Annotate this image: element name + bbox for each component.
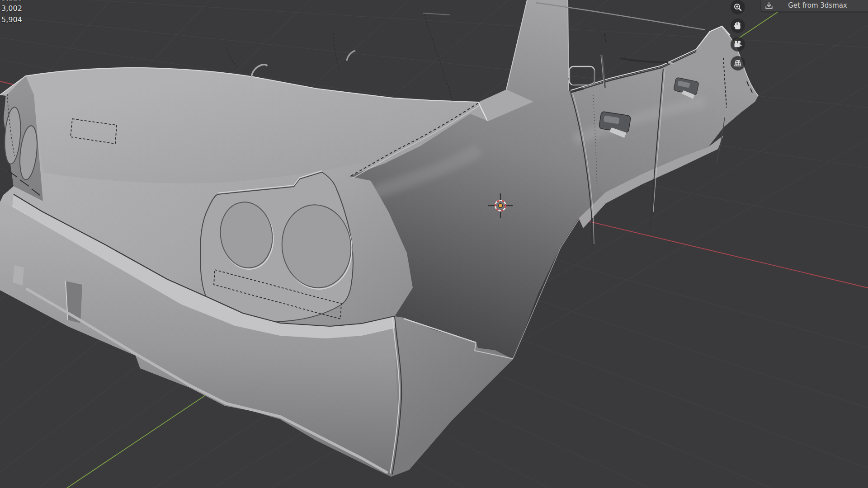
grid-perspective-icon [733, 59, 742, 68]
camera-view-gizmo-button[interactable] [731, 37, 745, 52]
stat-edges: 5,904 [1, 15, 22, 24]
stat-line-clipped: 3,118 [1, 0, 22, 2]
camera-icon [733, 40, 742, 49]
cursor-3d-center-dot [499, 204, 503, 208]
get-from-3dsmax-button[interactable]: Get from 3dsmax [761, 0, 868, 12]
stat-vertices: 3,002 [1, 4, 22, 13]
projection-toggle-gizmo-button[interactable] [731, 56, 745, 70]
viewport-scene [0, 0, 868, 488]
pan-gizmo-button[interactable] [731, 19, 745, 33]
get-from-3dsmax-label: Get from 3dsmax [773, 0, 868, 9]
magnifier-plus-icon [733, 3, 742, 12]
blender-3d-viewport[interactable]: 3,118 3,002 5,904 [0, 0, 868, 488]
bumper-left-flap [13, 265, 24, 286]
hand-icon [733, 21, 742, 30]
download-icon [765, 2, 773, 10]
zoom-gizmo-button[interactable] [731, 0, 745, 14]
